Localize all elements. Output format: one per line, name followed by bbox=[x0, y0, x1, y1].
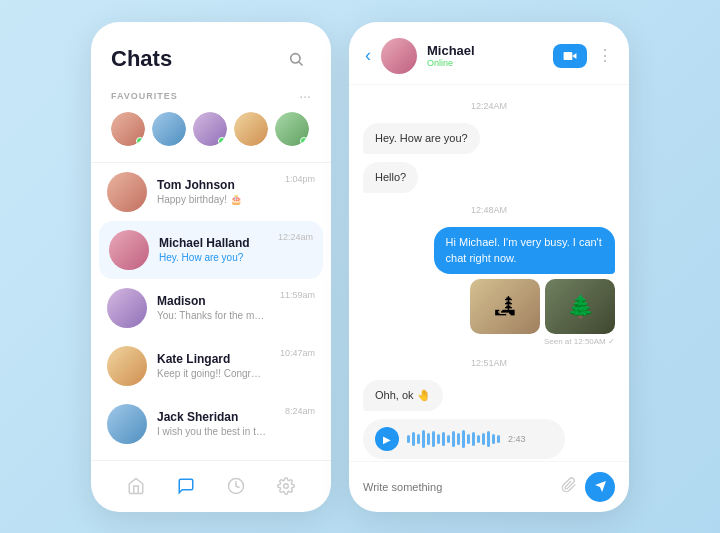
photo-thumb-1: 🏞 bbox=[470, 279, 540, 334]
time-separator: 12:24AM bbox=[363, 101, 615, 111]
chat-preview: Hey. How are you? bbox=[159, 252, 264, 263]
avatar bbox=[107, 346, 147, 386]
avatar bbox=[109, 230, 149, 270]
chat-time: 8:24am bbox=[285, 406, 315, 416]
message-row: Ohh, ok 🤚 bbox=[363, 380, 615, 411]
chat-name: Madison bbox=[157, 294, 266, 308]
avatar bbox=[107, 404, 147, 444]
chat-name: Michael Halland bbox=[159, 236, 264, 250]
header-actions: ⋮ bbox=[553, 44, 613, 68]
favourites-more-button[interactable]: ··· bbox=[299, 88, 311, 104]
contact-info: Michael Online bbox=[427, 43, 543, 68]
photo-attachments: 🏞 🌲 bbox=[470, 279, 615, 334]
time-separator: 12:51AM bbox=[363, 358, 615, 368]
chat-header: ‹ Michael Online ⋮ bbox=[349, 22, 629, 85]
voice-message: ▶ bbox=[363, 419, 565, 459]
svg-rect-5 bbox=[564, 51, 573, 59]
chat-item-madison[interactable]: Madison You: Thanks for the meeting. See… bbox=[91, 279, 331, 337]
back-button[interactable]: ‹ bbox=[365, 45, 371, 66]
fav-avatar-3[interactable] bbox=[193, 112, 227, 146]
message-bubble: Ohh, ok 🤚 bbox=[363, 380, 443, 411]
chat-time: 12:24am bbox=[278, 232, 313, 242]
contact-status: Online bbox=[427, 58, 543, 68]
chat-preview: Keep it going!! Congrats 🎉 bbox=[157, 368, 266, 379]
send-button[interactable] bbox=[585, 472, 615, 502]
left-header: Chats bbox=[91, 22, 331, 82]
nav-stories[interactable] bbox=[227, 477, 245, 495]
message-row: Hello? bbox=[363, 162, 615, 193]
time-separator: 12:48AM bbox=[363, 205, 615, 215]
seen-label: Seen at 12:50AM ✓ bbox=[544, 337, 615, 346]
search-button[interactable] bbox=[281, 44, 311, 74]
chat-name: Tom Johnson bbox=[157, 178, 271, 192]
chat-time: 1:04pm bbox=[285, 174, 315, 184]
message-row: Hey. How are you? bbox=[363, 123, 615, 154]
chat-item-tom[interactable]: Tom Johnson Happy birthday! 🎂 1:04pm bbox=[91, 163, 331, 221]
chat-item-hava[interactable]: Hava Medina You: Thanks 🤗 2:17am + bbox=[91, 453, 331, 460]
attachment-icon[interactable] bbox=[561, 477, 577, 497]
fav-avatar-1[interactable] bbox=[111, 112, 145, 146]
voice-duration: 2:43 bbox=[508, 434, 526, 444]
page-title: Chats bbox=[111, 46, 172, 72]
chat-info: Jack Sheridan I wish you the best in the… bbox=[157, 410, 271, 437]
more-options-button[interactable]: ⋮ bbox=[597, 46, 613, 65]
message-bubble: Hello? bbox=[363, 162, 418, 193]
fav-avatar-5[interactable] bbox=[275, 112, 309, 146]
message-bubble: Hey. How are you? bbox=[363, 123, 480, 154]
chat-preview: I wish you the best in the new year! bbox=[157, 426, 271, 437]
avatar bbox=[107, 288, 147, 328]
left-panel: Chats FAVOURITES ··· bbox=[91, 22, 331, 512]
fav-avatar-2[interactable] bbox=[152, 112, 186, 146]
nav-home[interactable] bbox=[127, 477, 145, 495]
chat-time: 10:47am bbox=[280, 348, 315, 358]
message-bubble: Hi Michael. I'm very busy. I can't chat … bbox=[434, 227, 615, 274]
nav-settings[interactable] bbox=[277, 477, 295, 495]
contact-avatar bbox=[381, 38, 417, 74]
chat-name: Kate Lingard bbox=[157, 352, 266, 366]
chat-info: Michael Halland Hey. How are you? bbox=[159, 236, 264, 263]
favourites-avatars bbox=[111, 112, 311, 150]
avatar bbox=[107, 172, 147, 212]
chat-time: 11:59am bbox=[280, 290, 315, 300]
waveform bbox=[407, 429, 500, 449]
input-bar bbox=[349, 461, 629, 512]
chat-list: Tom Johnson Happy birthday! 🎂 1:04pm Mic… bbox=[91, 163, 331, 460]
svg-marker-7 bbox=[595, 481, 606, 492]
fav-avatar-4[interactable] bbox=[234, 112, 268, 146]
chat-name: Jack Sheridan bbox=[157, 410, 271, 424]
chat-info: Madison You: Thanks for the meeting. See… bbox=[157, 294, 266, 321]
nav-chat[interactable] bbox=[177, 477, 195, 495]
video-call-button[interactable] bbox=[553, 44, 587, 68]
contact-name: Michael bbox=[427, 43, 543, 58]
chat-preview: You: Thanks for the meeting. See yo... bbox=[157, 310, 266, 321]
svg-point-3 bbox=[284, 484, 289, 489]
message-input[interactable] bbox=[363, 481, 553, 493]
right-panel: ‹ Michael Online ⋮ 12:24AM Hey. How are … bbox=[349, 22, 629, 512]
favourites-label: FAVOURITES bbox=[111, 91, 178, 101]
chat-item-michael[interactable]: Michael Halland Hey. How are you? 12:24a… bbox=[99, 221, 323, 279]
photo-thumb-2: 🌲 bbox=[545, 279, 615, 334]
chat-item-kate[interactable]: Kate Lingard Keep it going!! Congrats 🎉 … bbox=[91, 337, 331, 395]
chat-item-jack[interactable]: Jack Sheridan I wish you the best in the… bbox=[91, 395, 331, 453]
svg-line-1 bbox=[299, 62, 302, 65]
play-button[interactable]: ▶ bbox=[375, 427, 399, 451]
favourites-section: FAVOURITES ··· bbox=[91, 82, 331, 154]
message-row: Hi Michael. I'm very busy. I can't chat … bbox=[363, 227, 615, 346]
chat-info: Kate Lingard Keep it going!! Congrats 🎉 bbox=[157, 352, 266, 379]
bottom-nav bbox=[91, 460, 331, 512]
chat-preview: Happy birthday! 🎂 bbox=[157, 194, 271, 205]
chat-info: Tom Johnson Happy birthday! 🎂 bbox=[157, 178, 271, 205]
svg-marker-4 bbox=[572, 53, 576, 59]
messages-area: 12:24AM Hey. How are you? Hello? 12:48AM… bbox=[349, 85, 629, 461]
